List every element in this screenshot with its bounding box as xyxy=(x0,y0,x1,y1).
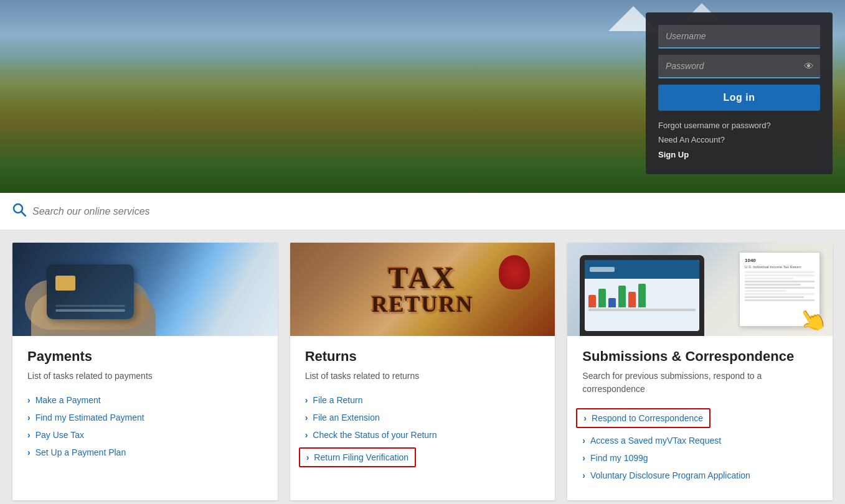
respond-correspondence-highlight: › Respond to Correspondence xyxy=(576,408,710,428)
form-line xyxy=(745,278,793,279)
returns-links: › File a Return › File an Extension › Ch… xyxy=(305,395,541,467)
submissions-card-content: Submissions & Correspondence Search for … xyxy=(567,336,833,500)
list-item: › File an Extension xyxy=(305,413,541,422)
payments-title: Payments xyxy=(27,348,263,365)
hero-banner: 👁 Log in Forgot username or password? Ne… xyxy=(0,0,845,193)
returns-card-content: Returns List of tasks related to returns… xyxy=(290,336,555,487)
password-input[interactable] xyxy=(658,55,820,78)
find-1099g-link[interactable]: Find my 1099g xyxy=(590,453,648,463)
returns-title: Returns xyxy=(305,348,541,365)
payments-card: Payments List of tasks related to paymen… xyxy=(12,243,278,500)
forgot-password-link[interactable]: Forgot username or password? xyxy=(658,121,771,130)
list-item: › Check the Status of your Return xyxy=(305,430,541,440)
screen-header xyxy=(585,260,699,279)
payments-card-image xyxy=(12,243,278,336)
setup-payment-plan-link[interactable]: Set Up a Payment Plan xyxy=(35,447,126,457)
find-estimated-payment-link[interactable]: Find my Estimated Payment xyxy=(35,413,144,422)
chevron-icon: › xyxy=(582,470,585,480)
payments-card-content: Payments List of tasks related to paymen… xyxy=(12,336,278,477)
list-item: › Access a Saved myVTax Request xyxy=(582,436,818,446)
tax-return-blocks: TAX RETURN xyxy=(372,263,474,315)
list-item: › Pay Use Tax xyxy=(27,430,263,440)
svg-line-1 xyxy=(22,212,26,217)
toggle-password-icon[interactable]: 👁 xyxy=(804,61,814,72)
search-input[interactable] xyxy=(32,206,833,217)
voluntary-disclosure-link[interactable]: Voluntary Disclosure Program Application xyxy=(590,470,750,480)
search-bar xyxy=(0,193,845,230)
payments-links: › Make a Payment › Find my Estimated Pay… xyxy=(27,395,263,457)
list-item: › File a Return xyxy=(305,395,541,405)
form-line xyxy=(745,284,801,286)
password-wrapper: 👁 xyxy=(658,55,820,78)
chevron-icon: › xyxy=(582,436,585,446)
submissions-desc: Search for previous submissions, respond… xyxy=(582,370,818,396)
returns-card: TAX RETURN Returns List of tasks related… xyxy=(290,243,555,500)
payments-desc: List of tasks related to payments xyxy=(27,370,263,383)
chevron-icon: › xyxy=(306,452,309,462)
search-icon xyxy=(12,203,26,220)
form-line xyxy=(745,271,814,273)
need-account-label: Need An Account? xyxy=(658,135,725,144)
list-item: › Return Filing Verification xyxy=(305,447,541,467)
signup-link[interactable]: Sign Up xyxy=(658,150,689,159)
coffee-cup xyxy=(499,255,530,289)
list-item: › Set Up a Payment Plan xyxy=(27,447,263,457)
screen-body xyxy=(585,279,699,315)
chevron-icon: › xyxy=(27,447,31,457)
return-filing-verification-highlight: › Return Filing Verification xyxy=(299,447,416,467)
list-item: › Voluntary Disclosure Program Applicati… xyxy=(582,470,818,480)
login-links: Forgot username or password? Need An Acc… xyxy=(658,118,820,162)
list-item: › Find my Estimated Payment xyxy=(27,413,263,422)
list-item: › Make a Payment xyxy=(27,395,263,405)
file-return-link[interactable]: File a Return xyxy=(313,395,362,405)
chart-bars xyxy=(588,282,696,307)
form-line xyxy=(745,281,814,282)
returns-card-image: TAX RETURN xyxy=(290,243,555,336)
login-panel: 👁 Log in Forgot username or password? Ne… xyxy=(646,12,833,174)
tax-text: TAX xyxy=(372,263,474,293)
respond-correspondence-link[interactable]: Respond to Correspondence xyxy=(592,413,703,423)
screen-content xyxy=(585,260,699,331)
chevron-icon: › xyxy=(27,413,31,422)
chevron-icon: › xyxy=(305,430,308,440)
access-saved-request-link[interactable]: Access a Saved myVTax Request xyxy=(590,436,721,446)
form-line xyxy=(745,287,814,289)
return-text: RETURN xyxy=(372,293,474,315)
return-filing-verification-link[interactable]: Return Filing Verification xyxy=(314,452,408,462)
form-line xyxy=(745,296,804,298)
form-line xyxy=(745,299,814,301)
form-line xyxy=(745,293,814,295)
list-item: › Respond to Correspondence xyxy=(582,408,818,428)
chevron-icon: › xyxy=(27,430,31,440)
list-item: › Find my 1099g xyxy=(582,453,818,463)
laptop-screen xyxy=(580,255,704,336)
chevron-icon: › xyxy=(583,413,587,423)
login-button[interactable]: Log in xyxy=(658,85,820,111)
credit-card-shape xyxy=(47,264,134,319)
submissions-card-image: 1040 U.S. Individual Income Tax Return 👆 xyxy=(567,243,833,336)
submissions-card: 1040 U.S. Individual Income Tax Return 👆… xyxy=(567,243,833,500)
chevron-icon: › xyxy=(582,453,585,463)
form-line xyxy=(745,290,786,292)
file-extension-link[interactable]: File an Extension xyxy=(313,413,379,422)
form-subtitle: U.S. Individual Income Tax Return xyxy=(745,265,814,269)
chevron-icon: › xyxy=(305,413,308,422)
form-title: 1040 xyxy=(745,258,814,263)
make-payment-link[interactable]: Make a Payment xyxy=(35,395,101,405)
pay-use-tax-link[interactable]: Pay Use Tax xyxy=(35,430,84,440)
returns-desc: List of tasks related to returns xyxy=(305,370,541,383)
username-input[interactable] xyxy=(658,25,820,49)
chevron-icon: › xyxy=(27,395,31,405)
cards-section: Payments List of tasks related to paymen… xyxy=(0,230,845,504)
submissions-title: Submissions & Correspondence xyxy=(582,348,818,365)
form-line xyxy=(745,274,814,276)
check-status-link[interactable]: Check the Status of your Return xyxy=(313,430,437,440)
submissions-links: › Respond to Correspondence › Access a S… xyxy=(582,408,818,480)
chevron-icon: › xyxy=(305,395,308,405)
